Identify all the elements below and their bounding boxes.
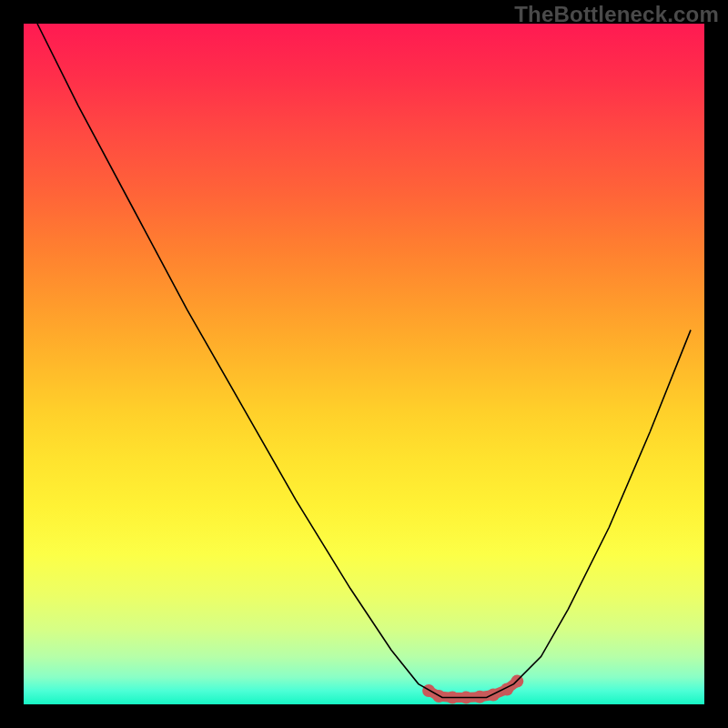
chart-frame: TheBottleneck.com [0, 0, 728, 728]
bottleneck-curve [24, 24, 704, 704]
watermark-text: TheBottleneck.com [514, 2, 719, 27]
plot-area [24, 24, 704, 704]
